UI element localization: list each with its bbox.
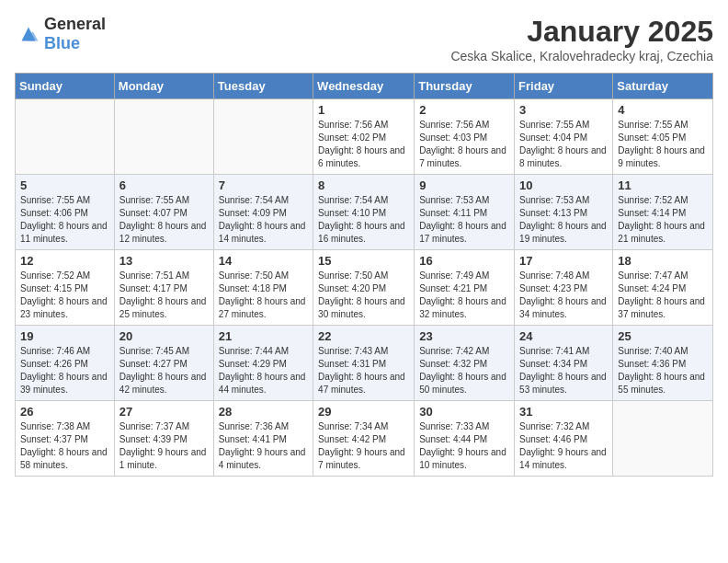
day-number: 8 <box>318 178 409 192</box>
day-number: 28 <box>219 405 308 419</box>
day-info: Sunrise: 7:44 AM Sunset: 4:29 PM Dayligh… <box>219 345 308 396</box>
day-info: Sunrise: 7:40 AM Sunset: 4:36 PM Dayligh… <box>618 345 708 396</box>
day-number: 10 <box>519 178 608 192</box>
day-info: Sunrise: 7:43 AM Sunset: 4:31 PM Dayligh… <box>318 345 409 396</box>
day-info: Sunrise: 7:52 AM Sunset: 4:14 PM Dayligh… <box>618 194 708 246</box>
calendar-cell: 24Sunrise: 7:41 AM Sunset: 4:34 PM Dayli… <box>515 326 613 401</box>
day-info: Sunrise: 7:56 AM Sunset: 4:02 PM Dayligh… <box>318 119 409 170</box>
calendar-cell: 5Sunrise: 7:55 AM Sunset: 4:06 PM Daylig… <box>16 175 115 250</box>
day-number: 9 <box>419 178 509 192</box>
calendar-cell: 14Sunrise: 7:50 AM Sunset: 4:18 PM Dayli… <box>213 250 313 326</box>
calendar-cell: 28Sunrise: 7:36 AM Sunset: 4:41 PM Dayli… <box>213 401 313 477</box>
calendar-cell: 1Sunrise: 7:56 AM Sunset: 4:02 PM Daylig… <box>313 99 415 175</box>
weekday-header-cell: Wednesday <box>313 74 415 99</box>
day-info: Sunrise: 7:36 AM Sunset: 4:41 PM Dayligh… <box>219 420 308 472</box>
title-block: January 2025 Ceska Skalice, Kralovehrade… <box>450 15 713 63</box>
day-number: 25 <box>618 329 708 343</box>
day-number: 6 <box>119 178 209 192</box>
day-info: Sunrise: 7:51 AM Sunset: 4:17 PM Dayligh… <box>119 270 209 321</box>
day-info: Sunrise: 7:50 AM Sunset: 4:20 PM Dayligh… <box>318 270 409 321</box>
weekday-header-cell: Tuesday <box>213 74 313 99</box>
day-info: Sunrise: 7:33 AM Sunset: 4:44 PM Dayligh… <box>419 420 509 472</box>
day-number: 2 <box>419 103 509 117</box>
day-info: Sunrise: 7:55 AM Sunset: 4:07 PM Dayligh… <box>119 194 209 246</box>
calendar-cell: 16Sunrise: 7:49 AM Sunset: 4:21 PM Dayli… <box>415 250 515 326</box>
calendar-cell: 23Sunrise: 7:42 AM Sunset: 4:32 PM Dayli… <box>415 326 515 401</box>
calendar-cell: 9Sunrise: 7:53 AM Sunset: 4:11 PM Daylig… <box>415 175 515 250</box>
calendar-week-row: 1Sunrise: 7:56 AM Sunset: 4:02 PM Daylig… <box>16 99 713 175</box>
weekday-header-cell: Thursday <box>415 74 515 99</box>
calendar-cell: 30Sunrise: 7:33 AM Sunset: 4:44 PM Dayli… <box>415 401 515 477</box>
day-number: 18 <box>618 254 708 268</box>
day-number: 19 <box>20 329 109 343</box>
calendar-cell: 29Sunrise: 7:34 AM Sunset: 4:42 PM Dayli… <box>313 401 415 477</box>
logo-general: General <box>44 15 106 33</box>
logo-blue: Blue <box>44 34 80 52</box>
day-number: 30 <box>419 405 509 419</box>
calendar-cell: 21Sunrise: 7:44 AM Sunset: 4:29 PM Dayli… <box>213 326 313 401</box>
day-info: Sunrise: 7:32 AM Sunset: 4:46 PM Dayligh… <box>519 420 608 472</box>
day-number: 1 <box>318 103 409 117</box>
day-number: 15 <box>318 254 409 268</box>
calendar-cell: 12Sunrise: 7:52 AM Sunset: 4:15 PM Dayli… <box>16 250 115 326</box>
calendar-cell: 19Sunrise: 7:46 AM Sunset: 4:26 PM Dayli… <box>16 326 115 401</box>
calendar-cell: 31Sunrise: 7:32 AM Sunset: 4:46 PM Dayli… <box>515 401 613 477</box>
day-number: 11 <box>618 178 708 192</box>
calendar-cell: 2Sunrise: 7:56 AM Sunset: 4:03 PM Daylig… <box>415 99 515 175</box>
day-number: 22 <box>318 329 409 343</box>
day-info: Sunrise: 7:55 AM Sunset: 4:04 PM Dayligh… <box>519 119 608 170</box>
calendar-cell: 13Sunrise: 7:51 AM Sunset: 4:17 PM Dayli… <box>114 250 213 326</box>
calendar-cell <box>213 99 313 175</box>
day-info: Sunrise: 7:50 AM Sunset: 4:18 PM Dayligh… <box>219 270 308 321</box>
day-number: 7 <box>219 178 308 192</box>
calendar-week-row: 26Sunrise: 7:38 AM Sunset: 4:37 PM Dayli… <box>16 401 713 477</box>
day-info: Sunrise: 7:47 AM Sunset: 4:24 PM Dayligh… <box>618 270 708 321</box>
calendar-cell: 10Sunrise: 7:53 AM Sunset: 4:13 PM Dayli… <box>515 175 613 250</box>
calendar-cell: 8Sunrise: 7:54 AM Sunset: 4:10 PM Daylig… <box>313 175 415 250</box>
weekday-header-cell: Monday <box>114 74 213 99</box>
day-number: 27 <box>119 405 209 419</box>
day-number: 14 <box>219 254 308 268</box>
calendar-table: SundayMondayTuesdayWednesdayThursdayFrid… <box>15 73 713 477</box>
day-info: Sunrise: 7:54 AM Sunset: 4:09 PM Dayligh… <box>219 194 308 246</box>
day-number: 17 <box>519 254 608 268</box>
location-title: Ceska Skalice, Kralovehradecky kraj, Cze… <box>450 49 713 63</box>
calendar-cell <box>613 401 713 477</box>
calendar-cell: 6Sunrise: 7:55 AM Sunset: 4:07 PM Daylig… <box>114 175 213 250</box>
calendar-cell: 18Sunrise: 7:47 AM Sunset: 4:24 PM Dayli… <box>613 250 713 326</box>
day-info: Sunrise: 7:41 AM Sunset: 4:34 PM Dayligh… <box>519 345 608 396</box>
day-info: Sunrise: 7:52 AM Sunset: 4:15 PM Dayligh… <box>20 270 109 321</box>
calendar-week-row: 12Sunrise: 7:52 AM Sunset: 4:15 PM Dayli… <box>16 250 713 326</box>
day-info: Sunrise: 7:37 AM Sunset: 4:39 PM Dayligh… <box>119 420 209 472</box>
calendar-cell: 17Sunrise: 7:48 AM Sunset: 4:23 PM Dayli… <box>515 250 613 326</box>
day-number: 12 <box>20 254 109 268</box>
day-info: Sunrise: 7:48 AM Sunset: 4:23 PM Dayligh… <box>519 270 608 321</box>
weekday-header-cell: Saturday <box>613 74 713 99</box>
calendar-cell: 7Sunrise: 7:54 AM Sunset: 4:09 PM Daylig… <box>213 175 313 250</box>
day-number: 16 <box>419 254 509 268</box>
day-number: 23 <box>419 329 509 343</box>
day-info: Sunrise: 7:55 AM Sunset: 4:06 PM Dayligh… <box>20 194 109 246</box>
logo-icon <box>15 20 42 48</box>
calendar-cell: 26Sunrise: 7:38 AM Sunset: 4:37 PM Dayli… <box>16 401 115 477</box>
day-number: 24 <box>519 329 608 343</box>
calendar-cell: 4Sunrise: 7:55 AM Sunset: 4:05 PM Daylig… <box>613 99 713 175</box>
day-info: Sunrise: 7:56 AM Sunset: 4:03 PM Dayligh… <box>419 119 509 170</box>
day-info: Sunrise: 7:55 AM Sunset: 4:05 PM Dayligh… <box>618 119 708 170</box>
day-number: 26 <box>20 405 109 419</box>
day-number: 31 <box>519 405 608 419</box>
day-number: 21 <box>219 329 308 343</box>
day-number: 4 <box>618 103 708 117</box>
calendar-cell: 20Sunrise: 7:45 AM Sunset: 4:27 PM Dayli… <box>114 326 213 401</box>
page-header: General Blue January 2025 Ceska Skalice,… <box>15 15 713 63</box>
day-info: Sunrise: 7:34 AM Sunset: 4:42 PM Dayligh… <box>318 420 409 472</box>
day-info: Sunrise: 7:42 AM Sunset: 4:32 PM Dayligh… <box>419 345 509 396</box>
day-info: Sunrise: 7:46 AM Sunset: 4:26 PM Dayligh… <box>20 345 109 396</box>
day-info: Sunrise: 7:53 AM Sunset: 4:13 PM Dayligh… <box>519 194 608 246</box>
calendar-cell: 3Sunrise: 7:55 AM Sunset: 4:04 PM Daylig… <box>515 99 613 175</box>
day-number: 5 <box>20 178 109 192</box>
day-info: Sunrise: 7:49 AM Sunset: 4:21 PM Dayligh… <box>419 270 509 321</box>
day-info: Sunrise: 7:54 AM Sunset: 4:10 PM Dayligh… <box>318 194 409 246</box>
month-title: January 2025 <box>450 15 713 49</box>
calendar-cell: 11Sunrise: 7:52 AM Sunset: 4:14 PM Dayli… <box>613 175 713 250</box>
